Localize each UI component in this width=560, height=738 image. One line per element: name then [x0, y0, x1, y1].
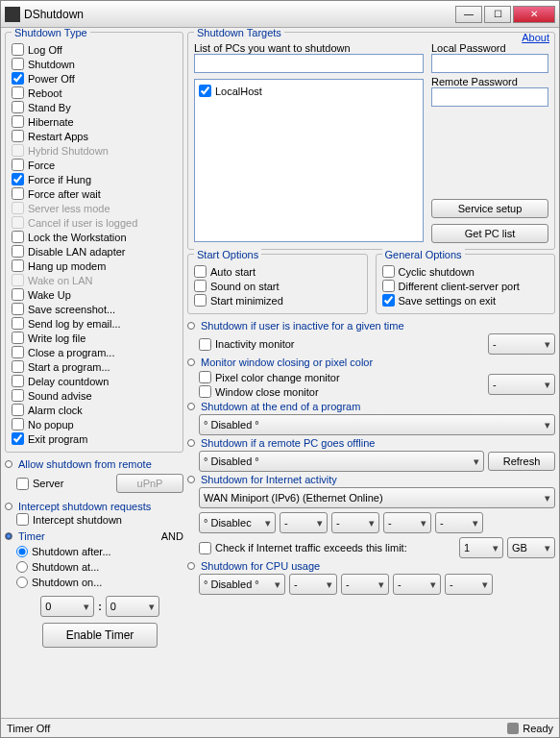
bullet-icon	[187, 439, 195, 447]
bullet-icon	[187, 358, 195, 366]
shutdown-type-checkbox[interactable]	[12, 288, 24, 301]
endprog-select[interactable]: ° Disabled °	[199, 414, 555, 435]
bullet-icon	[5, 532, 12, 540]
cpu-sel5[interactable]: -	[445, 574, 493, 595]
cpu-sel3[interactable]: -	[341, 574, 389, 595]
targets-legend: Shutdown Targets	[194, 28, 284, 38]
list-label: List of PCs you want to shutdown	[194, 42, 424, 54]
status-ready: Ready	[523, 723, 553, 734]
traffic-limit-value: 1	[459, 537, 503, 558]
monitor-select[interactable]: -	[488, 374, 555, 395]
pixel-color-checkbox[interactable]	[199, 371, 211, 383]
shutdown-type-checkbox[interactable]	[12, 202, 24, 214]
local-password-input[interactable]	[431, 54, 548, 73]
sound-start-checkbox[interactable]	[194, 280, 207, 292]
cpu-sel2[interactable]: -	[289, 574, 337, 595]
shutdown-type-checkbox[interactable]	[12, 86, 24, 99]
shutdown-type-checkbox[interactable]	[12, 274, 24, 286]
net-sel5[interactable]: -	[435, 512, 483, 533]
window-title: DShutdown	[24, 8, 453, 21]
timer-minutes-select[interactable]: 0	[106, 596, 159, 617]
bullet-icon	[187, 322, 195, 330]
window-close-checkbox[interactable]	[199, 385, 211, 398]
local-pw-label: Local Password	[431, 42, 548, 54]
adapter-select[interactable]: WAN Miniport (IPv6) (Ethernet Online)	[199, 487, 555, 508]
refresh-button[interactable]: Refresh	[488, 452, 555, 471]
shutdown-type-checkbox[interactable]	[12, 332, 24, 344]
intercept-checkbox[interactable]	[16, 513, 29, 526]
timer-at-radio[interactable]	[16, 561, 28, 573]
cyclic-checkbox[interactable]	[382, 265, 395, 278]
shutdown-type-checkbox[interactable]	[12, 317, 24, 330]
shutdown-type-checkbox[interactable]	[12, 58, 24, 70]
shutdown-type-checkbox[interactable]	[12, 432, 24, 445]
pc-listbox[interactable]: LocalHost	[194, 79, 424, 242]
cpu-mode-select[interactable]: ° Disabled °	[199, 574, 285, 595]
service-setup-button[interactable]: Service setup	[431, 199, 548, 218]
status-timer: Timer Off	[7, 723, 50, 734]
timer-legend: Timer	[18, 530, 45, 542]
traffic-limit-unit: GB	[507, 537, 555, 558]
shutdown-type-checkbox[interactable]	[12, 245, 24, 258]
shutdown-type-checkbox[interactable]	[12, 187, 24, 200]
inactivity-select[interactable]: -	[488, 333, 555, 355]
remote-pw-label: Remote Password	[431, 76, 548, 87]
net-sel3[interactable]: -	[331, 512, 379, 533]
shutdown-type-checkbox[interactable]	[12, 144, 24, 157]
close-button[interactable]: ✕	[513, 6, 555, 23]
server-checkbox[interactable]	[16, 478, 29, 490]
net-sel4[interactable]: -	[383, 512, 431, 533]
shutdown-type-checkbox[interactable]	[12, 360, 24, 373]
upnp-button[interactable]: uPnP	[116, 474, 183, 493]
offline-select[interactable]: ° Disabled °	[199, 451, 484, 472]
bullet-icon	[5, 460, 12, 468]
intercept-legend: Intercept shutdown requests	[18, 501, 151, 512]
shutdown-type-checkbox[interactable]	[12, 130, 24, 142]
shutdown-type-legend: Shutdown Type	[12, 28, 90, 38]
shutdown-type-checkbox[interactable]	[12, 231, 24, 243]
app-icon	[5, 7, 20, 22]
bullet-icon	[187, 403, 195, 410]
shutdown-type-checkbox[interactable]	[12, 375, 24, 387]
start-min-checkbox[interactable]	[194, 294, 207, 307]
shutdown-type-checkbox[interactable]	[12, 101, 24, 113]
shutdown-type-checkbox[interactable]	[12, 72, 24, 85]
shutdown-type-checkbox[interactable]	[12, 259, 24, 272]
maximize-button[interactable]: ☐	[484, 6, 511, 23]
start-options-legend: Start Options	[194, 249, 261, 260]
bullet-icon	[5, 503, 12, 510]
localhost-checkbox[interactable]	[199, 85, 211, 97]
status-icon	[507, 723, 519, 734]
shutdown-type-checkbox[interactable]	[12, 173, 24, 185]
shutdown-type-checkbox[interactable]	[12, 418, 24, 430]
enable-timer-button[interactable]: Enable Timer	[42, 623, 158, 648]
remote-password-input[interactable]	[431, 87, 548, 107]
traffic-limit-checkbox[interactable]	[199, 542, 211, 554]
autostart-checkbox[interactable]	[194, 265, 207, 278]
get-pc-list-button[interactable]: Get PC list	[431, 224, 548, 243]
net-mode-select[interactable]: ° Disablec	[199, 512, 276, 533]
shutdown-type-checkbox[interactable]	[12, 216, 24, 229]
save-exit-checkbox[interactable]	[382, 294, 395, 307]
shutdown-type-checkbox[interactable]	[12, 346, 24, 358]
shutdown-type-checkbox[interactable]	[12, 404, 24, 416]
timer-hours-select[interactable]: 0	[40, 596, 94, 617]
timer-on-radio[interactable]	[16, 577, 28, 588]
diff-port-checkbox[interactable]	[382, 280, 395, 292]
shutdown-type-checkbox[interactable]	[12, 389, 24, 402]
cpu-sel4[interactable]: -	[393, 574, 441, 595]
net-sel2[interactable]: -	[280, 512, 328, 533]
shutdown-type-checkbox[interactable]	[12, 159, 24, 171]
shutdown-type-checkbox[interactable]	[12, 303, 24, 315]
minimize-button[interactable]: —	[455, 6, 482, 23]
allow-remote-legend: Allow shutdown from remote	[18, 458, 152, 470]
shutdown-type-checkbox[interactable]	[12, 43, 24, 56]
shutdown-type-checkbox[interactable]	[12, 115, 24, 128]
general-options-legend: General Options	[382, 249, 465, 260]
bullet-icon	[187, 476, 195, 483]
inactivity-checkbox[interactable]	[199, 338, 211, 351]
bullet-icon	[187, 562, 195, 570]
timer-after-radio[interactable]	[16, 546, 28, 557]
pc-list-input[interactable]	[194, 54, 424, 73]
about-link[interactable]: About	[522, 32, 549, 43]
